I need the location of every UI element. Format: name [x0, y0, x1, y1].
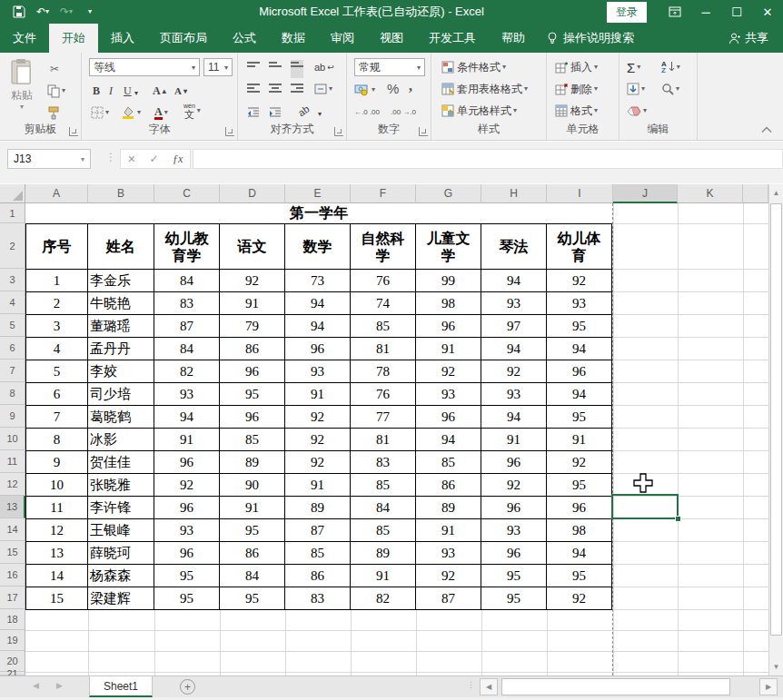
- row-header-12[interactable]: 12: [0, 473, 25, 496]
- fill-handle[interactable]: [675, 516, 681, 522]
- column-header-I[interactable]: I: [547, 184, 613, 203]
- cell[interactable]: 10: [26, 474, 88, 497]
- cell[interactable]: 95: [220, 519, 285, 542]
- cell[interactable]: 96: [220, 360, 285, 383]
- cell[interactable]: 11: [26, 497, 88, 519]
- autosum-icon[interactable]: Σ▾: [627, 58, 640, 76]
- cell[interactable]: 82: [154, 360, 220, 383]
- cell[interactable]: 4: [26, 338, 88, 360]
- cell[interactable]: 93: [481, 292, 547, 315]
- row-header-15[interactable]: 15: [0, 541, 25, 564]
- row-header-9[interactable]: 9: [0, 405, 25, 428]
- cell[interactable]: 97: [481, 315, 547, 338]
- clipboard-dialog-launcher[interactable]: [69, 127, 78, 136]
- fill-color-icon[interactable]: ▾: [122, 104, 141, 122]
- font-size-combo[interactable]: 11▾: [203, 58, 233, 76]
- sheet-title-cell[interactable]: 第一学年: [25, 203, 612, 223]
- scroll-right-icon[interactable]: ▶: [759, 678, 778, 695]
- collapse-ribbon-icon[interactable]: [761, 123, 772, 136]
- cell[interactable]: 83: [351, 451, 416, 474]
- cell[interactable]: 95: [547, 565, 612, 587]
- cell[interactable]: 15: [26, 587, 88, 610]
- format-cells-button[interactable]: 格式▾: [554, 102, 598, 120]
- row-header-2[interactable]: 2: [0, 223, 25, 269]
- phonetic-guide-icon[interactable]: wén文▾: [183, 102, 201, 120]
- cell[interactable]: 76: [351, 270, 416, 292]
- redo-icon[interactable]: ↷▾: [56, 3, 76, 21]
- bold-button[interactable]: B: [93, 82, 100, 100]
- cell[interactable]: 葛晓鹤: [88, 406, 154, 429]
- cell[interactable]: 95: [481, 565, 547, 587]
- font-dialog-launcher[interactable]: [225, 127, 234, 136]
- sheet-nav-left-icon[interactable]: ◀: [33, 681, 39, 690]
- number-format-combo[interactable]: 常规▾: [354, 58, 425, 76]
- cell[interactable]: 73: [285, 270, 351, 292]
- cell[interactable]: 91: [416, 519, 481, 542]
- merge-center-icon[interactable]: ▾: [314, 80, 332, 98]
- cell[interactable]: 李姣: [88, 360, 154, 383]
- cell[interactable]: 薛晓珂: [88, 542, 154, 565]
- row-header-13[interactable]: 13: [0, 496, 25, 518]
- cell[interactable]: 6: [26, 383, 88, 406]
- cell[interactable]: 94: [547, 383, 612, 406]
- cell[interactable]: 李金乐: [88, 270, 154, 292]
- cell[interactable]: 92: [285, 451, 351, 474]
- cell[interactable]: 94: [285, 315, 351, 338]
- cell[interactable]: 85: [351, 315, 416, 338]
- align-middle-icon[interactable]: [269, 60, 282, 78]
- cell[interactable]: 96: [416, 406, 481, 429]
- cell[interactable]: 94: [547, 542, 612, 565]
- cell[interactable]: 91: [220, 292, 285, 315]
- cell[interactable]: 82: [351, 587, 416, 610]
- cell[interactable]: 孟丹丹: [88, 338, 154, 360]
- italic-button[interactable]: I: [109, 82, 113, 100]
- cell[interactable]: 96: [547, 360, 612, 383]
- clear-icon[interactable]: ▾: [627, 102, 647, 120]
- increase-decimal-icon[interactable]: ←.0 .00: [354, 104, 380, 122]
- row-header-14[interactable]: 14: [0, 518, 25, 541]
- cell[interactable]: 5: [26, 360, 88, 383]
- formula-input[interactable]: [193, 149, 783, 169]
- cell[interactable]: 98: [416, 292, 481, 315]
- cell[interactable]: 95: [547, 474, 612, 497]
- cell[interactable]: 14: [26, 565, 88, 587]
- new-sheet-icon[interactable]: +: [180, 679, 195, 695]
- share-button[interactable]: 共享: [728, 24, 783, 53]
- orientation-icon[interactable]: ab: [293, 100, 313, 121]
- increase-font-icon[interactable]: A▴: [153, 82, 166, 100]
- cell[interactable]: 94: [416, 429, 481, 451]
- decrease-font-icon[interactable]: A▾: [174, 82, 187, 100]
- ribbon-tab-数据[interactable]: 数据: [269, 24, 318, 53]
- copy-icon[interactable]: ▾: [47, 82, 65, 100]
- cell[interactable]: 8: [26, 429, 88, 451]
- borders-icon[interactable]: ▾: [91, 104, 109, 122]
- cell[interactable]: 74: [351, 292, 416, 315]
- cell[interactable]: 92: [481, 360, 547, 383]
- cell[interactable]: 85: [351, 519, 416, 542]
- cell[interactable]: 86: [416, 474, 481, 497]
- cell[interactable]: 84: [154, 338, 220, 360]
- cell[interactable]: 95: [220, 383, 285, 406]
- cell[interactable]: 92: [547, 270, 612, 292]
- cell[interactable]: 92: [547, 451, 612, 474]
- ribbon-tab-文件[interactable]: 文件: [0, 24, 49, 53]
- cell[interactable]: 87: [416, 587, 481, 610]
- cell[interactable]: 89: [351, 542, 416, 565]
- cell[interactable]: 78: [351, 360, 416, 383]
- cell[interactable]: 96: [481, 497, 547, 519]
- cell[interactable]: 96: [154, 497, 220, 519]
- cell[interactable]: 92: [285, 429, 351, 451]
- name-box-caret[interactable]: ▾: [81, 155, 84, 163]
- cell[interactable]: 95: [481, 587, 547, 610]
- cut-icon[interactable]: ✂: [47, 60, 62, 78]
- cell[interactable]: 92: [416, 360, 481, 383]
- cell[interactable]: 94: [481, 406, 547, 429]
- cell[interactable]: 83: [154, 292, 220, 315]
- cell[interactable]: 张晓雅: [88, 474, 154, 497]
- column-header-H[interactable]: H: [481, 184, 547, 203]
- cell-styles-button[interactable]: 单元格样式▾: [441, 102, 517, 120]
- row-header-17[interactable]: 17: [0, 587, 25, 609]
- cell[interactable]: 94: [547, 338, 612, 360]
- undo-icon[interactable]: ↶▾: [33, 3, 53, 21]
- cancel-icon[interactable]: ×: [128, 152, 135, 166]
